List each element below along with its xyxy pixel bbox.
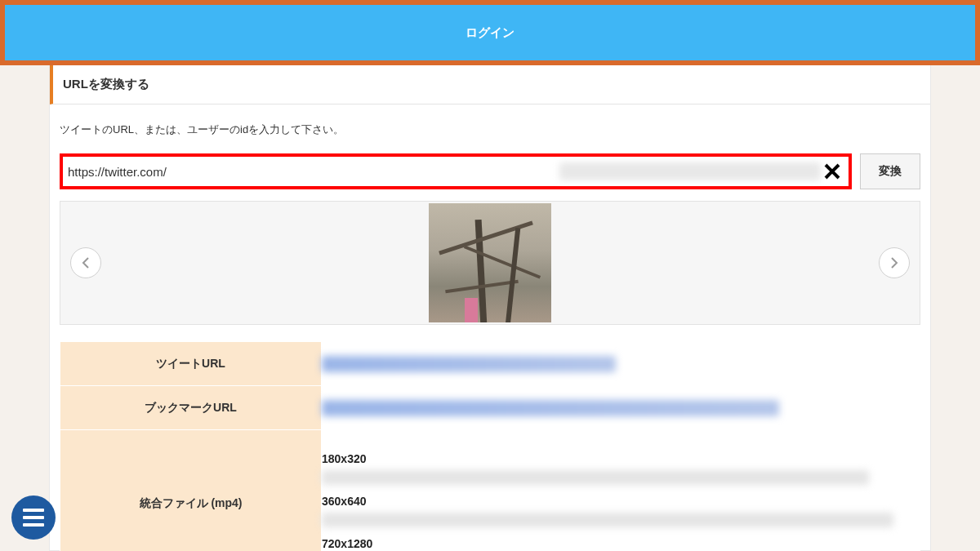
hamburger-icon xyxy=(23,509,44,512)
url-input[interactable] xyxy=(63,158,559,185)
menu-fab-button[interactable] xyxy=(11,495,56,540)
bookmark-url-label: ブックマークURL xyxy=(60,386,322,430)
url-input-highlight xyxy=(60,153,852,189)
redacted-link[interactable] xyxy=(322,470,869,485)
redacted-url-part xyxy=(559,162,821,180)
result-table: ツイートURL ブックマークURL 統合ファイル (mp4) 180x320 3… xyxy=(60,341,920,551)
login-button[interactable]: ログイン xyxy=(5,5,975,60)
chevron-left-icon xyxy=(81,256,91,269)
main-panel: URLを変換する ツイートのURL、または、ユーザーのidを入力して下さい。 変… xyxy=(49,65,931,551)
table-row: ブックマークURL xyxy=(60,386,920,430)
table-row: 統合ファイル (mp4) 180x320 360x640 720x1280 xyxy=(60,430,920,552)
url-input-row: 変換 xyxy=(50,153,930,201)
tweet-url-label: ツイートURL xyxy=(60,342,322,386)
tweet-url-value xyxy=(322,342,920,386)
table-row: ツイートURL xyxy=(60,342,920,386)
carousel-prev-button[interactable] xyxy=(70,247,101,278)
redacted-link[interactable] xyxy=(322,400,779,416)
carousel-next-button[interactable] xyxy=(879,247,910,278)
video-thumbnail[interactable] xyxy=(429,203,551,322)
merged-file-label: 統合ファイル (mp4) xyxy=(60,430,322,552)
preview-carousel xyxy=(60,201,920,325)
header-highlight: ログイン xyxy=(0,0,980,65)
resolution-label: 720x1280 xyxy=(322,537,920,550)
chevron-right-icon xyxy=(889,256,899,269)
clear-input-button[interactable] xyxy=(821,160,844,183)
section-title: URLを変換する xyxy=(50,65,930,104)
bookmark-url-value xyxy=(322,386,920,430)
merged-file-value: 180x320 360x640 720x1280 xyxy=(322,430,920,552)
close-icon xyxy=(823,162,841,180)
convert-button[interactable]: 変換 xyxy=(860,153,920,189)
redacted-link[interactable] xyxy=(322,513,893,527)
login-label: ログイン xyxy=(466,25,514,41)
resolution-label: 360x640 xyxy=(322,495,920,508)
instruction-text: ツイートのURL、または、ユーザーのidを入力して下さい。 xyxy=(50,104,930,153)
redacted-link[interactable] xyxy=(322,356,616,372)
resolution-label: 180x320 xyxy=(322,452,920,465)
